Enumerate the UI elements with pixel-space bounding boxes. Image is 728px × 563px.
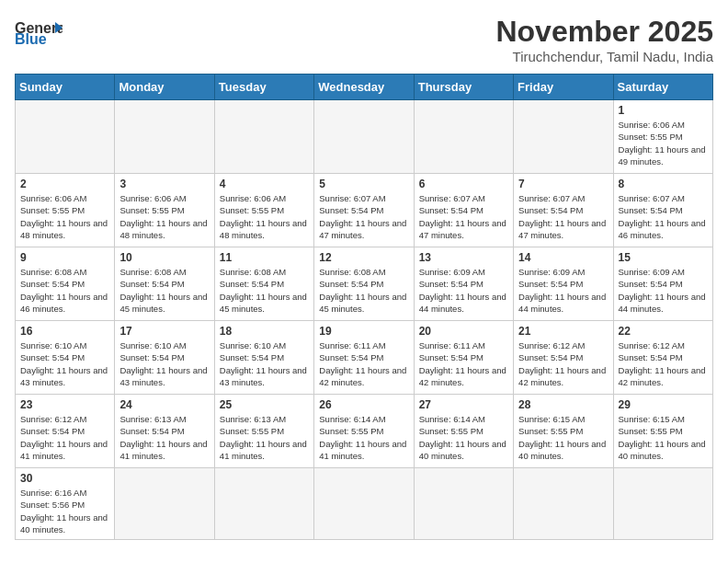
day-info: Sunrise: 6:08 AM Sunset: 5:54 PM Dayligh… [119, 266, 209, 315]
day-header-sunday: Sunday [16, 75, 115, 100]
calendar-cell: 11Sunrise: 6:08 AM Sunset: 5:54 PM Dayli… [214, 247, 313, 321]
day-header-wednesday: Wednesday [314, 75, 414, 100]
day-number: 8 [619, 178, 708, 190]
day-info: Sunrise: 6:13 AM Sunset: 5:55 PM Dayligh… [220, 413, 309, 462]
calendar-cell: 10Sunrise: 6:08 AM Sunset: 5:54 PM Dayli… [115, 247, 214, 321]
calendar-cell: 17Sunrise: 6:10 AM Sunset: 5:54 PM Dayli… [115, 321, 214, 395]
calendar-cell [314, 468, 414, 540]
day-number: 2 [20, 178, 109, 190]
day-number: 20 [419, 325, 508, 338]
calendar-cell [314, 100, 414, 174]
day-header-thursday: Thursday [414, 75, 513, 100]
calendar-cell [214, 100, 313, 174]
calendar-cell: 24Sunrise: 6:13 AM Sunset: 5:54 PM Dayli… [115, 395, 214, 468]
day-info: Sunrise: 6:10 AM Sunset: 5:54 PM Dayligh… [20, 339, 109, 388]
day-info: Sunrise: 6:08 AM Sunset: 5:54 PM Dayligh… [20, 266, 109, 315]
calendar-week-row: 2Sunrise: 6:06 AM Sunset: 5:55 PM Daylig… [16, 174, 713, 247]
day-info: Sunrise: 6:08 AM Sunset: 5:54 PM Dayligh… [319, 266, 408, 315]
day-number: 5 [319, 178, 408, 190]
day-number: 28 [518, 398, 608, 411]
day-header-saturday: Saturday [613, 75, 712, 100]
calendar-cell: 14Sunrise: 6:09 AM Sunset: 5:54 PM Dayli… [514, 247, 613, 321]
calendar-cell: 16Sunrise: 6:10 AM Sunset: 5:54 PM Dayli… [16, 321, 115, 395]
calendar-cell: 1Sunrise: 6:06 AM Sunset: 5:55 PM Daylig… [613, 100, 712, 174]
day-number: 10 [119, 251, 209, 264]
day-info: Sunrise: 6:14 AM Sunset: 5:55 PM Dayligh… [319, 413, 408, 462]
calendar-cell [115, 100, 214, 174]
calendar-cell: 25Sunrise: 6:13 AM Sunset: 5:55 PM Dayli… [214, 395, 313, 468]
calendar-cell [613, 468, 712, 540]
day-info: Sunrise: 6:07 AM Sunset: 5:54 PM Dayligh… [619, 192, 708, 241]
calendar-cell: 3Sunrise: 6:06 AM Sunset: 5:55 PM Daylig… [115, 174, 214, 247]
day-number: 26 [319, 398, 408, 411]
day-info: Sunrise: 6:09 AM Sunset: 5:54 PM Dayligh… [619, 266, 708, 315]
day-number: 15 [619, 251, 708, 264]
day-number: 1 [619, 104, 708, 117]
calendar-cell [514, 468, 613, 540]
day-info: Sunrise: 6:09 AM Sunset: 5:54 PM Dayligh… [518, 266, 608, 315]
calendar-cell: 29Sunrise: 6:15 AM Sunset: 5:55 PM Dayli… [613, 395, 712, 468]
day-info: Sunrise: 6:10 AM Sunset: 5:54 PM Dayligh… [220, 339, 309, 388]
day-number: 14 [518, 251, 608, 264]
day-header-friday: Friday [514, 75, 613, 100]
day-info: Sunrise: 6:15 AM Sunset: 5:55 PM Dayligh… [518, 413, 608, 462]
title-area: November 2025 Tiruchchendur, Tamil Nadu,… [495, 15, 713, 64]
day-number: 25 [220, 398, 309, 411]
day-number: 4 [220, 178, 309, 190]
day-info: Sunrise: 6:08 AM Sunset: 5:54 PM Dayligh… [220, 266, 309, 315]
day-info: Sunrise: 6:13 AM Sunset: 5:54 PM Dayligh… [119, 413, 209, 462]
day-info: Sunrise: 6:15 AM Sunset: 5:55 PM Dayligh… [619, 413, 708, 462]
calendar-cell: 2Sunrise: 6:06 AM Sunset: 5:55 PM Daylig… [16, 174, 115, 247]
day-number: 21 [518, 325, 608, 338]
day-number: 16 [20, 325, 109, 338]
calendar-cell: 15Sunrise: 6:09 AM Sunset: 5:54 PM Dayli… [613, 247, 712, 321]
day-number: 27 [419, 398, 508, 411]
day-info: Sunrise: 6:06 AM Sunset: 5:55 PM Dayligh… [20, 192, 109, 241]
calendar-cell: 8Sunrise: 6:07 AM Sunset: 5:54 PM Daylig… [613, 174, 712, 247]
calendar-cell: 4Sunrise: 6:06 AM Sunset: 5:55 PM Daylig… [214, 174, 313, 247]
day-info: Sunrise: 6:12 AM Sunset: 5:54 PM Dayligh… [619, 339, 708, 388]
calendar-week-row: 1Sunrise: 6:06 AM Sunset: 5:55 PM Daylig… [16, 100, 713, 174]
day-number: 7 [518, 178, 608, 190]
day-number: 30 [20, 472, 109, 485]
day-number: 12 [319, 251, 408, 264]
calendar-cell: 18Sunrise: 6:10 AM Sunset: 5:54 PM Dayli… [214, 321, 313, 395]
calendar-cell [115, 468, 214, 540]
day-number: 24 [119, 398, 209, 411]
calendar-cell [514, 100, 613, 174]
location-subtitle: Tiruchchendur, Tamil Nadu, India [495, 49, 713, 64]
calendar-cell: 30Sunrise: 6:16 AM Sunset: 5:56 PM Dayli… [16, 468, 115, 540]
day-number: 17 [119, 325, 209, 338]
calendar-cell: 28Sunrise: 6:15 AM Sunset: 5:55 PM Dayli… [514, 395, 613, 468]
day-number: 3 [119, 178, 209, 190]
calendar-cell [214, 468, 313, 540]
day-info: Sunrise: 6:10 AM Sunset: 5:54 PM Dayligh… [119, 339, 209, 388]
day-info: Sunrise: 6:12 AM Sunset: 5:54 PM Dayligh… [518, 339, 608, 388]
day-info: Sunrise: 6:07 AM Sunset: 5:54 PM Dayligh… [518, 192, 608, 241]
calendar-cell: 13Sunrise: 6:09 AM Sunset: 5:54 PM Dayli… [414, 247, 513, 321]
calendar-cell: 26Sunrise: 6:14 AM Sunset: 5:55 PM Dayli… [314, 395, 414, 468]
month-title: November 2025 [495, 15, 713, 49]
calendar-cell: 21Sunrise: 6:12 AM Sunset: 5:54 PM Dayli… [514, 321, 613, 395]
calendar-week-row: 30Sunrise: 6:16 AM Sunset: 5:56 PM Dayli… [16, 468, 713, 540]
day-info: Sunrise: 6:07 AM Sunset: 5:54 PM Dayligh… [419, 192, 508, 241]
calendar-cell: 23Sunrise: 6:12 AM Sunset: 5:54 PM Dayli… [16, 395, 115, 468]
calendar-table: SundayMondayTuesdayWednesdayThursdayFrid… [15, 74, 713, 540]
day-number: 6 [419, 178, 508, 190]
day-info: Sunrise: 6:06 AM Sunset: 5:55 PM Dayligh… [220, 192, 309, 241]
day-number: 23 [20, 398, 109, 411]
calendar-header-row: SundayMondayTuesdayWednesdayThursdayFrid… [16, 75, 713, 100]
logo: General Blue [15, 15, 63, 44]
calendar-cell: 9Sunrise: 6:08 AM Sunset: 5:54 PM Daylig… [16, 247, 115, 321]
day-info: Sunrise: 6:11 AM Sunset: 5:54 PM Dayligh… [419, 339, 508, 388]
day-number: 22 [619, 325, 708, 338]
calendar-cell: 20Sunrise: 6:11 AM Sunset: 5:54 PM Dayli… [414, 321, 513, 395]
calendar-cell [16, 100, 115, 174]
day-number: 18 [220, 325, 309, 338]
calendar-cell: 5Sunrise: 6:07 AM Sunset: 5:54 PM Daylig… [314, 174, 414, 247]
calendar-cell: 19Sunrise: 6:11 AM Sunset: 5:54 PM Dayli… [314, 321, 414, 395]
day-number: 29 [619, 398, 708, 411]
svg-text:Blue: Blue [15, 31, 47, 44]
day-header-monday: Monday [115, 75, 214, 100]
day-info: Sunrise: 6:06 AM Sunset: 5:55 PM Dayligh… [619, 119, 708, 167]
